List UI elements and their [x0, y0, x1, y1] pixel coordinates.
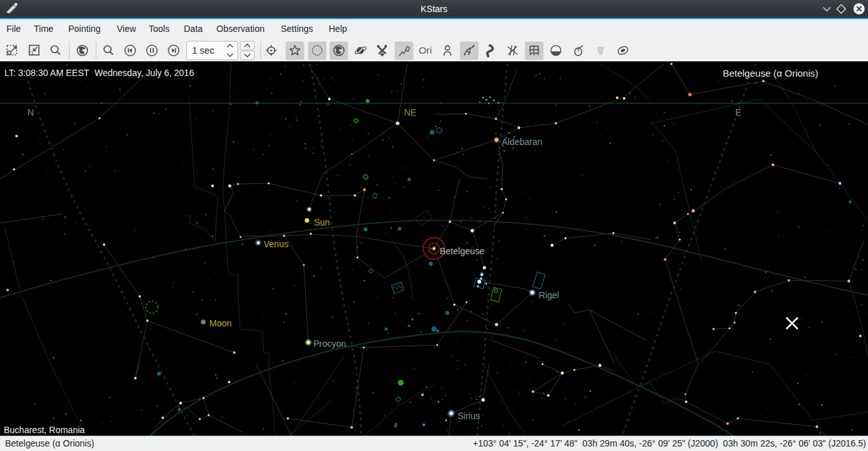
svg-text:Sun: Sun	[314, 217, 330, 227]
svg-text:1 sec: 1 sec	[192, 45, 214, 56]
svg-text:Procyon: Procyon	[313, 339, 346, 349]
svg-text:Ori: Ori	[419, 45, 432, 56]
svg-text:Betelgeuse: Betelgeuse	[440, 246, 484, 256]
svg-text:N: N	[27, 107, 34, 118]
svg-text:Aldebaran: Aldebaran	[502, 137, 542, 147]
svg-text:E: E	[735, 107, 741, 118]
svg-text:Betelgeuse (α Orionis): Betelgeuse (α Orionis)	[722, 68, 818, 79]
svg-text:Rigel: Rigel	[539, 290, 559, 300]
svg-text:Sirius: Sirius	[458, 411, 480, 421]
svg-text:NE: NE	[404, 107, 416, 118]
svg-text:Venus: Venus	[264, 239, 288, 249]
svg-text:Wednesday, July 6, 2016: Wednesday, July 6, 2016	[94, 68, 194, 78]
svg-text:Bucharest, Romania: Bucharest, Romania	[4, 425, 85, 435]
svg-text:Moon: Moon	[209, 318, 232, 328]
svg-text:LT: 3:08:30 AM EEST: LT: 3:08:30 AM EEST	[4, 68, 89, 78]
